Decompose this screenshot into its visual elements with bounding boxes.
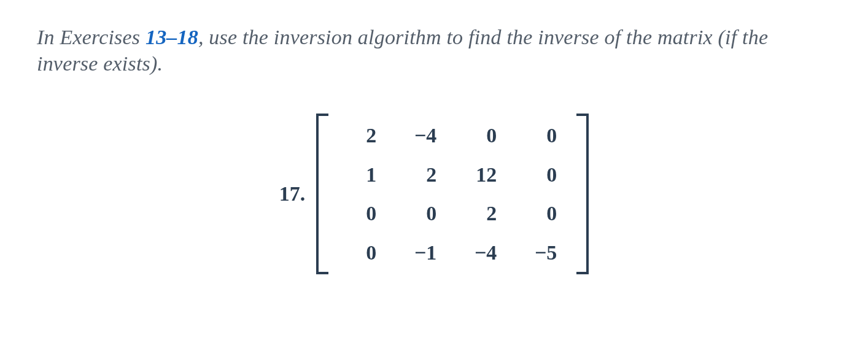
matrix-cell: 2 bbox=[408, 160, 436, 190]
problem-number: 17. bbox=[279, 182, 306, 206]
exercise-range: 13–18 bbox=[145, 26, 198, 48]
matrix-cell: 0 bbox=[468, 121, 497, 150]
matrix-cell: 0 bbox=[348, 238, 376, 268]
matrix-cell: −4 bbox=[468, 238, 497, 268]
matrix-cell: 0 bbox=[348, 199, 376, 228]
matrix-cell: 1 bbox=[348, 160, 376, 190]
left-bracket-icon bbox=[316, 114, 332, 274]
matrix-cell: 2 bbox=[468, 199, 497, 228]
problem-block: 17. 2 −4 0 0 1 2 12 0 0 0 2 0 0 −1 −4 −5 bbox=[37, 114, 831, 274]
matrix-cell: 0 bbox=[408, 199, 436, 228]
matrix-cell: 0 bbox=[529, 121, 557, 150]
matrix-cell: −4 bbox=[408, 121, 436, 150]
matrix-cell: −5 bbox=[529, 238, 557, 268]
matrix-grid: 2 −4 0 0 1 2 12 0 0 0 2 0 0 −1 −4 −5 bbox=[332, 114, 573, 274]
exercise-instruction: In Exercises 13–18, use the inversion al… bbox=[37, 25, 831, 77]
matrix-cell: 0 bbox=[529, 199, 557, 228]
matrix-cell: −1 bbox=[408, 238, 436, 268]
right-bracket-icon bbox=[573, 114, 589, 274]
matrix: 2 −4 0 0 1 2 12 0 0 0 2 0 0 −1 −4 −5 bbox=[316, 114, 589, 274]
matrix-cell: 12 bbox=[468, 160, 497, 190]
page: In Exercises 13–18, use the inversion al… bbox=[0, 0, 868, 299]
matrix-cell: 2 bbox=[348, 121, 376, 150]
instruction-prefix: In Exercises bbox=[37, 26, 145, 48]
matrix-cell: 0 bbox=[529, 160, 557, 190]
